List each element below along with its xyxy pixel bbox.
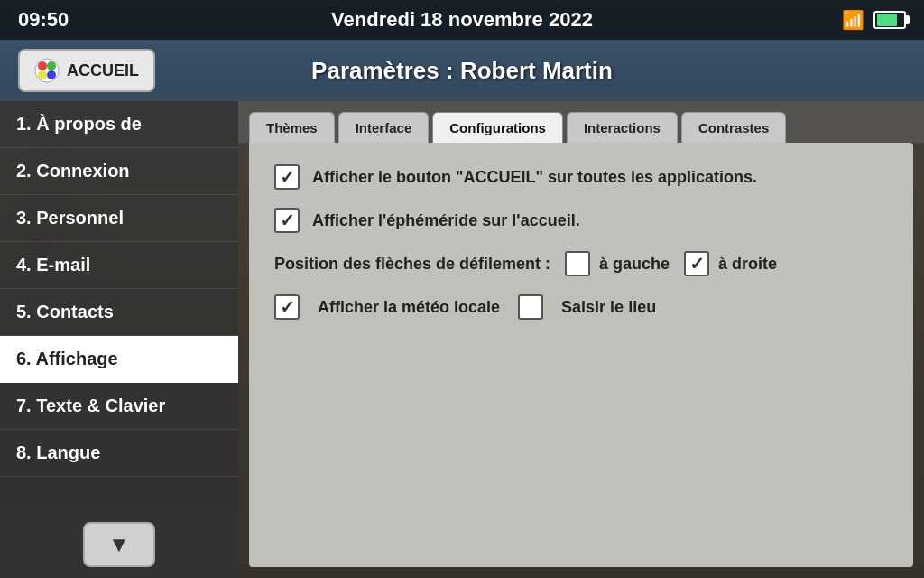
time-display: 09:50 [18,8,69,32]
checkbox-weather[interactable] [274,294,300,320]
sidebar-item-5[interactable]: 5. Contacts [0,289,238,336]
tab-interactions[interactable]: Interactions [567,112,678,143]
accueil-button[interactable]: ACCUEIL [18,49,155,92]
down-arrow-icon: ▼ [108,532,130,557]
checkbox-ephemeride[interactable] [274,208,300,233]
content-panel: Thèmes Interface Configurations Interact… [238,101,924,578]
sidebar-item-3[interactable]: 3. Personnel [0,195,238,242]
svg-point-1 [38,61,47,70]
location-label: Saisir le lieu [561,298,656,317]
status-bar: 09:50 Vendredi 18 novembre 2022 📶 [0,0,924,40]
header-row: ACCUEIL Paramètres : Robert Martin [0,40,924,101]
scroll-right-option: à droite [684,251,777,276]
status-icons: 📶 [842,9,906,31]
svg-point-4 [38,70,47,79]
setting-row-2: Afficher l'éphéméride sur l'accueil. [274,208,888,233]
svg-point-3 [47,70,56,79]
accueil-label: ACCUEIL [67,61,139,80]
setting-row-weather: Afficher la météo locale Saisir le lieu [274,294,888,320]
scroll-left-option: à gauche [565,251,670,276]
wifi-icon: 📶 [842,9,864,31]
setting-row-1: Afficher le bouton "ACCUEIL" sur toutes … [274,164,888,190]
sidebar-item-4[interactable]: 4. E-mail [0,242,238,289]
weather-label: Afficher la météo locale [318,298,500,317]
sidebar-item-7[interactable]: 7. Texte & Clavier [0,383,238,430]
settings-content: Afficher le bouton "ACCUEIL" sur toutes … [249,143,913,567]
setting-label-1: Afficher le bouton "ACCUEIL" sur toutes … [312,168,757,187]
sidebar-item-8[interactable]: 8. Langue [0,430,238,477]
svg-point-2 [47,61,56,70]
checkbox-accueil[interactable] [274,164,300,190]
tabs: Thèmes Interface Configurations Interact… [238,101,924,143]
tab-contrastes[interactable]: Contrastes [681,112,786,143]
main-area: 1. À propos de 2. Connexion 3. Personnel… [0,101,924,578]
checkbox-location[interactable] [518,294,543,320]
sidebar: 1. À propos de 2. Connexion 3. Personnel… [0,101,238,578]
tab-interface[interactable]: Interface [338,112,430,143]
page-title: Paramètres : Robert Martin [311,57,613,85]
right-label: à droite [718,255,777,274]
accueil-logo-icon [34,58,60,83]
scroll-position-label: Position des flèches de défilement : [274,255,550,274]
tab-themes[interactable]: Thèmes [249,112,335,143]
checkbox-right[interactable] [684,251,709,276]
checkbox-left[interactable] [565,251,590,276]
setting-label-2: Afficher l'éphéméride sur l'accueil. [312,211,580,230]
sidebar-items: 1. À propos de 2. Connexion 3. Personnel… [0,101,238,511]
date-display: Vendredi 18 novembre 2022 [331,8,593,32]
tab-configurations[interactable]: Configurations [432,112,563,143]
sidebar-item-6[interactable]: 6. Affichage [0,336,238,383]
svg-point-0 [35,59,59,82]
sidebar-item-2[interactable]: 2. Connexion [0,148,238,195]
setting-row-scroll: Position des flèches de défilement : à g… [274,251,888,276]
left-label: à gauche [599,255,670,274]
scroll-down-button[interactable]: ▼ [83,522,155,567]
sidebar-item-1[interactable]: 1. À propos de [0,101,238,148]
battery-icon [873,11,906,29]
sidebar-footer: ▼ [0,511,238,578]
